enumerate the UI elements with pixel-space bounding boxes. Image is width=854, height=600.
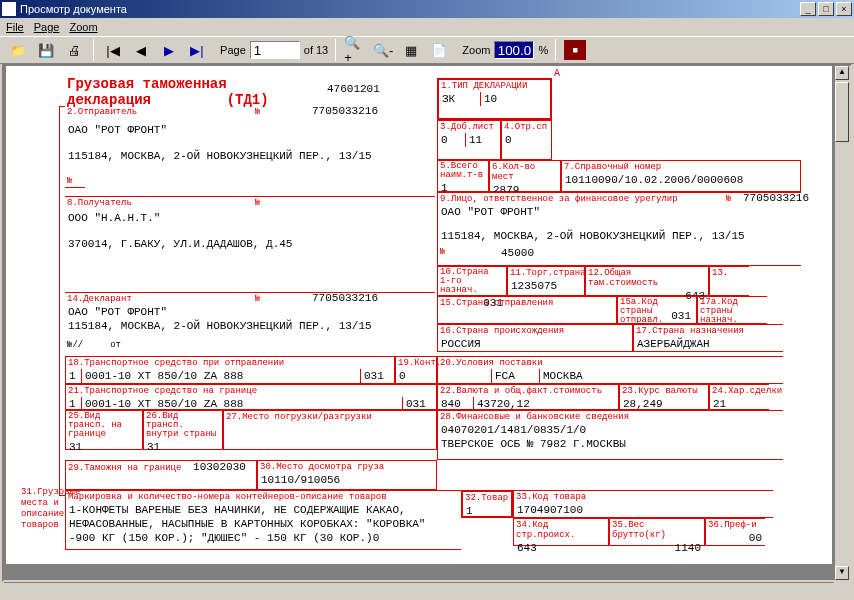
box-23: 23.Курс валюты28,249: [619, 384, 709, 410]
next-page-icon[interactable]: ▶: [157, 39, 181, 61]
document-viewport: Грузовая таможенная декларация (ТД1) 476…: [2, 64, 852, 582]
zoom-out-icon[interactable]: 🔍-: [371, 39, 395, 61]
fit-page-icon[interactable]: ▦: [399, 39, 423, 61]
print-icon[interactable]: 🖨: [62, 39, 86, 61]
box-20: 20.Условия поставки FCA МОСКВА: [437, 356, 783, 384]
box-28: 28.Финансовые и банковские сведения 0407…: [437, 410, 783, 460]
box-31: Маркировка и количество-номера контейнер…: [65, 490, 461, 550]
scroll-down-icon[interactable]: ▼: [835, 566, 849, 580]
box-16: 16.Страна происхожденияРОССИЯ: [437, 324, 633, 352]
box-11: 11.Торг.страна1235075: [507, 266, 585, 296]
zoom-label: Zoom: [462, 44, 490, 56]
app-icon: [2, 2, 16, 16]
menu-zoom[interactable]: Zoom: [69, 21, 97, 33]
menu-page[interactable]: Page: [34, 21, 60, 33]
box-1: 1.ТИП ДЕКЛАРАЦИИ ЗК 10: [437, 78, 552, 120]
box-21: 21.Транспортное средство на границе 1 00…: [65, 384, 437, 410]
box-8: 8.Получатель № ООО "Н.А.Н.Т." 370014, Г.…: [65, 196, 435, 251]
zoom-input[interactable]: [494, 41, 534, 59]
toolbar: 📁 💾 🖨 |◀ ◀ ▶ ▶| Page of 13 🔍+ 🔍- ▦ 📄 Zoo…: [0, 36, 854, 64]
page-label: Page: [220, 44, 246, 56]
box-15: 15.Страна отправления: [437, 296, 617, 324]
box-22: 22.Валюта и общ.факт.стоимость 840 43720…: [437, 384, 619, 410]
box-9: 9.Лицо, ответственное за финансовое урег…: [437, 192, 801, 266]
stop-icon[interactable]: ■: [563, 39, 587, 61]
scrollbar-horizontal[interactable]: [4, 582, 834, 598]
doc-title: Грузовая таможенная декларация (ТД1): [67, 76, 269, 108]
menu-file[interactable]: File: [6, 21, 24, 33]
box-27: 27.Место погрузки/разгрузки: [223, 410, 437, 450]
box-33: 33.Код товара1704907100: [513, 490, 773, 518]
box-19: 19.Конт.0: [395, 356, 437, 384]
box-25: 25.Вид трансп. на границе31: [65, 410, 143, 450]
box-32: 32.Товар1: [461, 490, 513, 518]
fit-width-icon[interactable]: 📄: [427, 39, 451, 61]
menu-bar: File Page Zoom: [0, 18, 854, 36]
open-icon[interactable]: 📁: [6, 39, 30, 61]
box-29: 29.Таможня на границе 10302030: [65, 460, 257, 490]
box-30: 30.Место досмотра груза10110/910056: [257, 460, 437, 490]
col-a: А: [554, 68, 560, 79]
box-12: 12.Общая там.стоимость643: [585, 266, 709, 296]
box-6: 6.Кол-во мест2879: [489, 160, 561, 192]
box-36: 36.Преф-и00: [705, 518, 765, 546]
window-title: Просмотр документа: [20, 3, 127, 15]
last-page-icon[interactable]: ▶|: [185, 39, 209, 61]
box-24: 24.Хар.сделки21: [709, 384, 769, 410]
box-31-side: 31.Грузовые места и описание товаров: [19, 486, 63, 532]
box-35: 35.Вес брутто(кг)1140: [609, 518, 705, 546]
box-34: 34.Код стр.происх.643: [513, 518, 609, 546]
box-15a: 15а.Код страны отправл.031: [617, 296, 697, 324]
box-4: 4.Отр.сп0: [501, 120, 552, 160]
box-13: 13.: [709, 266, 749, 296]
first-page-icon[interactable]: |◀: [101, 39, 125, 61]
doc-number: 47601201: [324, 82, 383, 96]
box-18: 18.Транспортное средство при отправлении…: [65, 356, 395, 384]
title-bar: Просмотр документа _ □ ×: [0, 0, 854, 18]
box-2: 2.Отправитель № 7705033216 ОАО "РОТ ФРОН…: [65, 106, 435, 188]
box-7: 7.Справочный номер10110090/10.02.2006/00…: [561, 160, 801, 192]
zoom-in-icon[interactable]: 🔍+: [343, 39, 367, 61]
box-10: 10.Страна 1-го назнач.031: [437, 266, 507, 296]
box-5: 5.Всего наим.т-в1: [437, 160, 489, 192]
box-3: 3.Доб.лист 011: [437, 120, 501, 160]
box-14: 14.Декларант № 7705033216 ОАО "РОТ ФРОНТ…: [65, 292, 435, 351]
scroll-thumb[interactable]: [835, 82, 849, 142]
page-input[interactable]: [250, 41, 300, 59]
scrollbar-vertical[interactable]: ▲ ▼: [834, 66, 850, 580]
prev-page-icon[interactable]: ◀: [129, 39, 153, 61]
box-17: 17.Страна назначенияАЗЕРБАЙДЖАН: [633, 324, 783, 352]
close-button[interactable]: ×: [836, 2, 852, 16]
minimize-button[interactable]: _: [800, 2, 816, 16]
box-26: 26.Вид трансп. внутри страны31: [143, 410, 223, 450]
box-17a: 17а.Код страны назнач.: [697, 296, 767, 324]
document-page: Грузовая таможенная декларация (ТД1) 476…: [6, 66, 832, 564]
save-icon[interactable]: 💾: [34, 39, 58, 61]
maximize-button[interactable]: □: [818, 2, 834, 16]
page-total: of 13: [304, 44, 328, 56]
scroll-up-icon[interactable]: ▲: [835, 66, 849, 80]
zoom-pct: %: [538, 44, 548, 56]
